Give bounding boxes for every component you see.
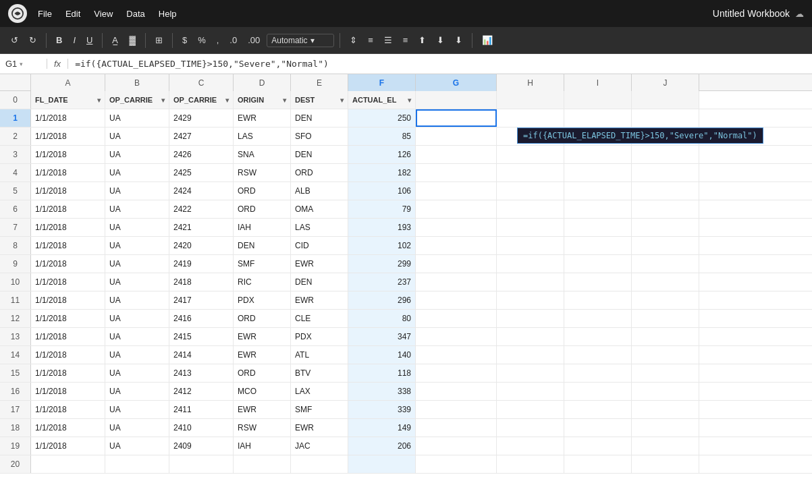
filter-arrow-b[interactable]: ▾ <box>161 96 165 104</box>
cell-16-g[interactable] <box>416 383 497 400</box>
col-header-d[interactable]: D <box>234 74 291 91</box>
cell-15-a[interactable]: 1/1/2018 <box>31 364 105 382</box>
cell-18-b[interactable]: UA <box>105 419 169 437</box>
cell-11-h[interactable] <box>497 291 564 309</box>
cell-1-b[interactable]: UA <box>105 109 169 127</box>
cell-3-b[interactable]: UA <box>105 146 169 163</box>
cell-13-f[interactable]: 347 <box>348 328 416 345</box>
filter-arrow-a[interactable]: ▾ <box>97 96 101 104</box>
cell-11-i[interactable] <box>564 291 632 309</box>
cell-20-h[interactable] <box>497 455 564 473</box>
filter-arrow-d[interactable]: ▾ <box>283 96 286 104</box>
cell-9-g[interactable] <box>416 255 497 273</box>
cell-19-h[interactable] <box>497 437 564 455</box>
cell-11-a[interactable]: 1/1/2018 <box>31 291 105 309</box>
cell-18-h[interactable] <box>497 419 564 437</box>
cell-18-j[interactable] <box>632 419 699 437</box>
col-header-f[interactable]: F <box>348 74 416 91</box>
cell-4-j[interactable] <box>632 164 699 181</box>
cell-15-b[interactable]: UA <box>105 364 169 382</box>
cell-0-j[interactable] <box>632 91 699 109</box>
cell-8-c[interactable]: 2420 <box>169 237 234 254</box>
cell-15-h[interactable] <box>497 364 564 382</box>
cell-4-b[interactable]: UA <box>105 164 169 181</box>
cell-0-i[interactable] <box>564 91 632 109</box>
align-top-button[interactable]: ⬆ <box>414 32 430 48</box>
cell-4-h[interactable] <box>497 164 564 181</box>
menu-data[interactable]: Data <box>126 9 144 19</box>
cell-1-j[interactable] <box>632 109 699 127</box>
cell-18-e[interactable]: EWR <box>291 419 348 437</box>
cell-13-g[interactable] <box>416 328 497 345</box>
cell-11-f[interactable]: 296 <box>348 291 416 309</box>
cell-8-j[interactable] <box>632 237 699 254</box>
cell-6-a[interactable]: 1/1/2018 <box>31 200 105 218</box>
cell-13-j[interactable] <box>632 328 699 345</box>
cell-15-i[interactable] <box>564 364 632 382</box>
cell-13-h[interactable] <box>497 328 564 345</box>
cell-6-h[interactable] <box>497 200 564 218</box>
cell-9-b[interactable]: UA <box>105 255 169 273</box>
cell-13-c[interactable]: 2415 <box>169 328 234 345</box>
bold-button[interactable]: B <box>52 32 66 48</box>
cell-2-e[interactable]: SFO <box>291 128 348 145</box>
cell-9-j[interactable] <box>632 255 699 273</box>
cell-7-a[interactable]: 1/1/2018 <box>31 219 105 236</box>
align-left-button[interactable]: ≡ <box>364 32 377 48</box>
cell-14-d[interactable]: EWR <box>234 346 291 364</box>
cell-1-d[interactable]: EWR <box>234 109 291 127</box>
cell-12-c[interactable]: 2416 <box>169 310 234 327</box>
menu-file[interactable]: File <box>38 9 52 19</box>
undo-button[interactable]: ↺ <box>7 32 22 48</box>
cell-16-c[interactable]: 2412 <box>169 383 234 400</box>
col-header-c[interactable]: C <box>169 74 234 91</box>
cell-17-i[interactable] <box>564 401 632 418</box>
format-dropdown[interactable]: Automatic ▾ <box>267 34 334 47</box>
align-middle-button[interactable]: ⬇ <box>433 32 448 48</box>
cell-4-g[interactable] <box>416 164 497 181</box>
cell-6-d[interactable]: ORD <box>234 200 291 218</box>
cell-4-d[interactable]: RSW <box>234 164 291 181</box>
cell-1-c[interactable]: 2429 <box>169 109 234 127</box>
cell-10-h[interactable] <box>497 273 564 291</box>
cell-8-d[interactable]: DEN <box>234 237 291 254</box>
cell-15-d[interactable]: ORD <box>234 364 291 382</box>
cell-8-f[interactable]: 102 <box>348 237 416 254</box>
cell-19-d[interactable]: IAH <box>234 437 291 455</box>
cell-1-h[interactable] <box>497 109 564 127</box>
cell-7-e[interactable]: LAS <box>291 219 348 236</box>
cell-6-c[interactable]: 2422 <box>169 200 234 218</box>
cell-5-g[interactable] <box>416 182 497 200</box>
cell-14-b[interactable]: UA <box>105 346 169 364</box>
cell-13-d[interactable]: EWR <box>234 328 291 345</box>
cell-16-d[interactable]: MCO <box>234 383 291 400</box>
cell-1-a[interactable]: 1/1/2018 <box>31 109 105 127</box>
cell-20-b[interactable] <box>105 455 169 473</box>
cell-15-j[interactable] <box>632 364 699 382</box>
cell-4-e[interactable]: ORD <box>291 164 348 181</box>
col-header-i[interactable]: I <box>564 74 632 91</box>
menu-edit[interactable]: Edit <box>65 9 80 19</box>
cell-6-e[interactable]: OMA <box>291 200 348 218</box>
cell-9-c[interactable]: 2419 <box>169 255 234 273</box>
cell-9-f[interactable]: 299 <box>348 255 416 273</box>
cell-12-b[interactable]: UA <box>105 310 169 327</box>
cell-2-a[interactable]: 1/1/2018 <box>31 128 105 145</box>
italic-button[interactable]: I <box>69 32 80 48</box>
chart-button[interactable]: 📊 <box>478 32 497 48</box>
cell-12-f[interactable]: 80 <box>348 310 416 327</box>
cell-20-j[interactable] <box>632 455 699 473</box>
cell-19-b[interactable]: UA <box>105 437 169 455</box>
cell-5-i[interactable] <box>564 182 632 200</box>
cell-17-c[interactable]: 2411 <box>169 401 234 418</box>
cell-11-e[interactable]: EWR <box>291 291 348 309</box>
cell-4-c[interactable]: 2425 <box>169 164 234 181</box>
cell-14-e[interactable]: ATL <box>291 346 348 364</box>
cell-15-g[interactable] <box>416 364 497 382</box>
cell-9-d[interactable]: SMF <box>234 255 291 273</box>
cell-20-i[interactable] <box>564 455 632 473</box>
cell-6-b[interactable]: UA <box>105 200 169 218</box>
cell-20-g[interactable] <box>416 455 497 473</box>
filter-arrow-e[interactable]: ▾ <box>340 96 344 104</box>
cell-19-f[interactable]: 206 <box>348 437 416 455</box>
